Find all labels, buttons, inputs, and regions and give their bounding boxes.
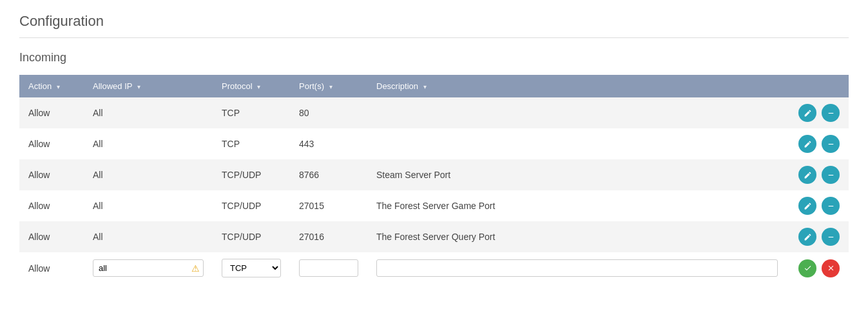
table-row: Allow All TCP 443 [19,128,849,159]
minus-icon [827,140,835,148]
cell-port: 27016 [290,221,367,252]
cell-description: Steam Server Port [367,159,787,190]
cell-ip: All [84,97,213,128]
cell-description [367,128,787,159]
cell-port: 27015 [290,190,367,221]
cell-ip: All [84,128,213,159]
minus-icon [827,171,835,179]
x-icon [827,264,835,272]
new-row-ip-cell: ⚠ [84,252,213,284]
cell-ip: All [84,190,213,221]
cell-protocol: TCP [213,97,290,128]
sort-arrow-port: ▾ [329,83,333,90]
edit-icon [804,109,812,117]
header-allowed-ip[interactable]: Allowed IP ▾ [84,75,213,97]
edit-button[interactable] [798,104,816,122]
page-title: Configuration [19,13,849,38]
new-row-action: Allow [19,252,84,284]
delete-button[interactable] [822,135,840,153]
cell-description [367,97,787,128]
new-row-controls [787,252,849,284]
edit-icon [804,233,812,241]
cell-port: 443 [290,128,367,159]
minus-icon [827,109,835,117]
edit-icon [804,140,812,148]
sort-arrow-protocol: ▾ [257,83,260,90]
delete-button[interactable] [822,104,840,122]
table-row: Allow All TCP/UDP 27016 The Forest Serve… [19,221,849,252]
table-row: Allow All TCP/UDP 8766 Steam Server Port [19,159,849,190]
table-row: Allow All TCP 80 [19,97,849,128]
cell-port: 80 [290,97,367,128]
cell-action: Allow [19,190,84,221]
cell-action: Allow [19,159,84,190]
cell-ip: All [84,159,213,190]
warning-icon: ⚠ [191,263,200,274]
cancel-new-row-button[interactable] [822,259,840,277]
table-row: Allow All TCP/UDP 27015 The Forest Serve… [19,190,849,221]
cell-actions [787,159,849,190]
cell-actions [787,221,849,252]
delete-button[interactable] [822,166,840,184]
delete-button[interactable] [822,197,840,215]
edit-button[interactable] [798,166,816,184]
port-input[interactable] [299,259,358,277]
sort-arrow-description: ▾ [423,83,427,90]
cell-description: The Forest Server Query Port [367,221,787,252]
new-row-port-cell [290,252,367,284]
edit-button[interactable] [798,135,816,153]
description-input[interactable] [376,259,778,277]
cell-protocol: TCP/UDP [213,159,290,190]
firewall-table: Action ▾ Allowed IP ▾ Protocol ▾ Port(s)… [19,75,849,284]
ip-input-wrapper: ⚠ [93,259,204,277]
cell-port: 8766 [290,159,367,190]
cell-action: Allow [19,128,84,159]
header-protocol[interactable]: Protocol ▾ [213,75,290,97]
cell-ip: All [84,221,213,252]
firewall-table-container: Action ▾ Allowed IP ▾ Protocol ▾ Port(s)… [19,75,849,284]
section-title: Incoming [19,51,849,65]
header-controls [787,75,849,97]
protocol-select[interactable]: TCPUDPTCP/UDP [222,259,281,277]
cell-description: The Forest Server Game Port [367,190,787,221]
cell-protocol: TCP/UDP [213,190,290,221]
delete-button[interactable] [822,228,840,246]
header-port[interactable]: Port(s) ▾ [290,75,367,97]
ip-input[interactable] [93,259,204,277]
minus-icon [827,202,835,210]
table-header-row: Action ▾ Allowed IP ▾ Protocol ▾ Port(s)… [19,75,849,97]
edit-button[interactable] [798,228,816,246]
cell-protocol: TCP/UDP [213,221,290,252]
header-description[interactable]: Description ▾ [367,75,787,97]
cell-action: Allow [19,221,84,252]
cell-actions [787,190,849,221]
sort-arrow-ip: ▾ [137,83,140,90]
sort-arrow-action: ▾ [57,83,60,90]
new-row-description-cell [367,252,787,284]
new-row-protocol-cell: TCPUDPTCP/UDP [213,252,290,284]
cell-action: Allow [19,97,84,128]
edit-button[interactable] [798,197,816,215]
confirm-button[interactable] [798,259,816,277]
cell-actions [787,97,849,128]
cell-protocol: TCP [213,128,290,159]
edit-icon [804,171,812,179]
minus-icon [827,233,835,241]
edit-icon [804,202,812,210]
header-action[interactable]: Action ▾ [19,75,84,97]
check-icon [804,264,812,272]
cell-actions [787,128,849,159]
new-row: Allow ⚠ TCPUDPTCP/UDP [19,252,849,284]
